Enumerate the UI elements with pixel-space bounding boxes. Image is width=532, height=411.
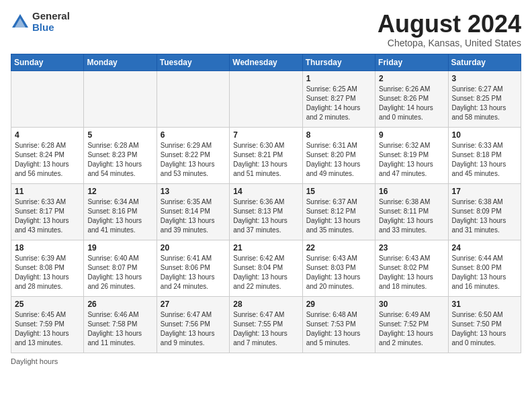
day-info: Sunrise: 6:31 AM Sunset: 8:20 PM Dayligh… [306, 141, 371, 179]
calendar-cell: 24Sunrise: 6:44 AM Sunset: 8:00 PM Dayli… [448, 240, 521, 296]
calendar-day-header: Wednesday [230, 54, 302, 71]
calendar-week-row: 4Sunrise: 6:28 AM Sunset: 8:24 PM Daylig… [11, 127, 521, 183]
day-info: Sunrise: 6:47 AM Sunset: 7:55 PM Dayligh… [233, 310, 298, 348]
day-number: 13 [161, 187, 226, 196]
calendar-cell: 16Sunrise: 6:38 AM Sunset: 8:11 PM Dayli… [375, 183, 448, 240]
calendar-cell: 10Sunrise: 6:33 AM Sunset: 8:18 PM Dayli… [448, 127, 521, 183]
day-number: 10 [452, 130, 517, 140]
calendar-cell: 28Sunrise: 6:47 AM Sunset: 7:55 PM Dayli… [230, 296, 302, 353]
logo-text: General Blue [32, 11, 70, 33]
calendar-day-header: Monday [84, 54, 157, 71]
calendar-week-row: 1Sunrise: 6:25 AM Sunset: 8:27 PM Daylig… [11, 71, 521, 127]
location-text: Chetopa, Kansas, United States [378, 38, 521, 48]
calendar-day-header: Sunday [11, 54, 84, 71]
day-number: 11 [15, 187, 80, 196]
calendar-cell: 15Sunrise: 6:37 AM Sunset: 8:12 PM Dayli… [302, 183, 375, 240]
day-number: 2 [379, 74, 444, 83]
calendar-cell: 3Sunrise: 6:27 AM Sunset: 8:25 PM Daylig… [448, 71, 521, 127]
day-info: Sunrise: 6:43 AM Sunset: 8:02 PM Dayligh… [379, 254, 444, 291]
day-info: Sunrise: 6:45 AM Sunset: 7:59 PM Dayligh… [15, 310, 80, 348]
calendar-cell: 25Sunrise: 6:45 AM Sunset: 7:59 PM Dayli… [11, 296, 84, 353]
day-number: 27 [161, 300, 226, 309]
calendar-cell: 2Sunrise: 6:26 AM Sunset: 8:26 PM Daylig… [375, 71, 448, 127]
day-number: 24 [452, 243, 517, 253]
day-info: Sunrise: 6:35 AM Sunset: 8:14 PM Dayligh… [161, 197, 226, 235]
calendar-cell: 26Sunrise: 6:46 AM Sunset: 7:58 PM Dayli… [84, 296, 157, 353]
day-info: Sunrise: 6:30 AM Sunset: 8:21 PM Dayligh… [233, 141, 298, 179]
calendar-cell: 30Sunrise: 6:49 AM Sunset: 7:52 PM Dayli… [375, 296, 448, 353]
day-number: 4 [15, 130, 80, 140]
calendar-week-row: 18Sunrise: 6:39 AM Sunset: 8:08 PM Dayli… [11, 240, 521, 296]
day-number: 25 [15, 300, 80, 309]
day-number: 18 [15, 243, 80, 253]
day-info: Sunrise: 6:29 AM Sunset: 8:22 PM Dayligh… [161, 141, 226, 179]
day-info: Sunrise: 6:25 AM Sunset: 8:27 PM Dayligh… [306, 85, 371, 122]
day-info: Sunrise: 6:33 AM Sunset: 8:17 PM Dayligh… [15, 197, 80, 235]
day-info: Sunrise: 6:38 AM Sunset: 8:09 PM Dayligh… [452, 197, 517, 235]
footer-note: Daylight hours [11, 357, 521, 365]
calendar-cell: 31Sunrise: 6:50 AM Sunset: 7:50 PM Dayli… [448, 296, 521, 353]
calendar-cell: 21Sunrise: 6:42 AM Sunset: 8:04 PM Dayli… [230, 240, 302, 296]
day-info: Sunrise: 6:47 AM Sunset: 7:56 PM Dayligh… [161, 310, 226, 348]
day-info: Sunrise: 6:37 AM Sunset: 8:12 PM Dayligh… [306, 197, 371, 235]
calendar-cell: 22Sunrise: 6:43 AM Sunset: 8:03 PM Dayli… [302, 240, 375, 296]
day-number: 22 [306, 243, 371, 253]
day-number: 31 [452, 300, 517, 309]
calendar-cell: 14Sunrise: 6:36 AM Sunset: 8:13 PM Dayli… [230, 183, 302, 240]
logo-blue-text: Blue [32, 22, 70, 34]
calendar-cell: 23Sunrise: 6:43 AM Sunset: 8:02 PM Dayli… [375, 240, 448, 296]
day-number: 15 [306, 187, 371, 196]
day-number: 16 [379, 187, 444, 196]
day-info: Sunrise: 6:39 AM Sunset: 8:08 PM Dayligh… [15, 254, 80, 291]
calendar-cell: 19Sunrise: 6:40 AM Sunset: 8:07 PM Dayli… [84, 240, 157, 296]
day-info: Sunrise: 6:40 AM Sunset: 8:07 PM Dayligh… [87, 254, 152, 291]
calendar-cell: 8Sunrise: 6:31 AM Sunset: 8:20 PM Daylig… [302, 127, 375, 183]
day-number: 19 [87, 243, 152, 253]
day-info: Sunrise: 6:46 AM Sunset: 7:58 PM Dayligh… [87, 310, 152, 348]
calendar-cell: 27Sunrise: 6:47 AM Sunset: 7:56 PM Dayli… [157, 296, 229, 353]
calendar-day-header: Saturday [448, 54, 521, 71]
calendar-day-header: Tuesday [157, 54, 229, 71]
calendar-cell: 1Sunrise: 6:25 AM Sunset: 8:27 PM Daylig… [302, 71, 375, 127]
calendar-cell [157, 71, 229, 127]
day-info: Sunrise: 6:41 AM Sunset: 8:06 PM Dayligh… [161, 254, 226, 291]
day-number: 6 [161, 130, 226, 140]
calendar-cell: 6Sunrise: 6:29 AM Sunset: 8:22 PM Daylig… [157, 127, 229, 183]
day-info: Sunrise: 6:27 AM Sunset: 8:25 PM Dayligh… [452, 85, 517, 122]
calendar-week-row: 25Sunrise: 6:45 AM Sunset: 7:59 PM Dayli… [11, 296, 521, 353]
day-info: Sunrise: 6:32 AM Sunset: 8:19 PM Dayligh… [379, 141, 444, 179]
calendar-cell [84, 71, 157, 127]
calendar-cell: 5Sunrise: 6:28 AM Sunset: 8:23 PM Daylig… [84, 127, 157, 183]
day-number: 14 [233, 187, 298, 196]
day-info: Sunrise: 6:34 AM Sunset: 8:16 PM Dayligh… [87, 197, 152, 235]
calendar-cell: 29Sunrise: 6:48 AM Sunset: 7:53 PM Dayli… [302, 296, 375, 353]
calendar-cell [11, 71, 84, 127]
logo: General Blue [11, 11, 70, 33]
day-number: 3 [452, 74, 517, 83]
day-info: Sunrise: 6:43 AM Sunset: 8:03 PM Dayligh… [306, 254, 371, 291]
day-info: Sunrise: 6:44 AM Sunset: 8:00 PM Dayligh… [452, 254, 517, 291]
day-info: Sunrise: 6:28 AM Sunset: 8:24 PM Dayligh… [15, 141, 80, 179]
day-number: 12 [87, 187, 152, 196]
calendar-cell: 4Sunrise: 6:28 AM Sunset: 8:24 PM Daylig… [11, 127, 84, 183]
day-info: Sunrise: 6:48 AM Sunset: 7:53 PM Dayligh… [306, 310, 371, 348]
day-info: Sunrise: 6:36 AM Sunset: 8:13 PM Dayligh… [233, 197, 298, 235]
day-number: 26 [87, 300, 152, 309]
calendar-week-row: 11Sunrise: 6:33 AM Sunset: 8:17 PM Dayli… [11, 183, 521, 240]
month-title: August 2024 [378, 11, 521, 38]
calendar-header-row: SundayMondayTuesdayWednesdayThursdayFrid… [11, 54, 521, 71]
day-number: 21 [233, 243, 298, 253]
title-block: August 2024 Chetopa, Kansas, United Stat… [378, 11, 521, 48]
calendar-body: 1Sunrise: 6:25 AM Sunset: 8:27 PM Daylig… [11, 71, 521, 353]
calendar-cell: 11Sunrise: 6:33 AM Sunset: 8:17 PM Dayli… [11, 183, 84, 240]
day-number: 8 [306, 130, 371, 140]
day-number: 20 [161, 243, 226, 253]
calendar-table: SundayMondayTuesdayWednesdayThursdayFrid… [11, 54, 521, 353]
day-info: Sunrise: 6:38 AM Sunset: 8:11 PM Dayligh… [379, 197, 444, 235]
calendar-cell: 13Sunrise: 6:35 AM Sunset: 8:14 PM Dayli… [157, 183, 229, 240]
day-number: 17 [452, 187, 517, 196]
day-number: 5 [87, 130, 152, 140]
logo-icon [11, 13, 30, 32]
day-number: 7 [233, 130, 298, 140]
day-info: Sunrise: 6:49 AM Sunset: 7:52 PM Dayligh… [379, 310, 444, 348]
